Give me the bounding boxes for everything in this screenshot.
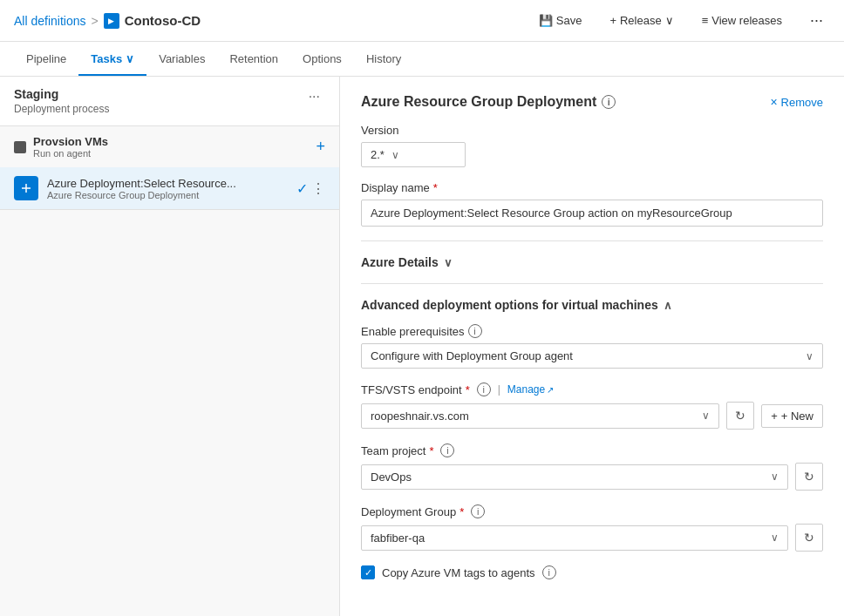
enable-prereq-dropdown[interactable]: Configure with Deployment Group agent ∨ [361, 343, 823, 369]
tab-pipeline[interactable]: Pipeline [14, 44, 78, 76]
team-required-marker: * [429, 444, 433, 457]
main-layout: Staging Deployment process ··· Provsion … [0, 77, 844, 616]
version-chevron-icon: ∨ [391, 149, 399, 161]
tfs-info-icon[interactable]: i [477, 382, 491, 396]
remove-button[interactable]: × Remove [770, 95, 823, 109]
tfs-endpoint-dropdown[interactable]: roopeshnair.vs.com ∨ [361, 403, 719, 429]
manage-link[interactable]: Manage ↗ [507, 383, 554, 396]
task-icon [14, 176, 38, 200]
deployment-group-chevron-icon: ∨ [771, 531, 779, 544]
left-panel: Staging Deployment process ··· Provsion … [0, 77, 340, 616]
refresh-team-project-button[interactable]: ↻ [795, 463, 823, 491]
enable-prereq-field: Enable prerequisites i Configure with De… [361, 324, 823, 369]
refresh-icon: ↻ [735, 409, 745, 423]
tfs-endpoint-field: TFS/VSTS endpoint * i | Manage ↗ roopesh… [361, 382, 823, 430]
task-more-button[interactable]: ⋮ [311, 180, 325, 197]
tab-options[interactable]: Options [290, 44, 354, 76]
panel-title: Azure Resource Group Deployment i [361, 94, 616, 110]
tab-history[interactable]: History [354, 44, 413, 76]
plus-icon: + [609, 14, 616, 27]
azure-details-chevron-icon: ∨ [444, 256, 453, 269]
view-releases-button[interactable]: ≡ View releases [695, 10, 789, 30]
task-check-icon: ✓ [296, 180, 308, 197]
display-name-field: Display name * [361, 181, 823, 227]
pipe-separator: | [498, 383, 500, 396]
top-bar: All definitions > ▶ Contoso-CD 💾 Save + … [0, 0, 844, 42]
display-name-label: Display name * [361, 181, 823, 194]
tfs-endpoint-chevron-icon: ∨ [702, 410, 710, 422]
deployment-group-row: fabfiber-qa ∨ ↻ [361, 524, 823, 552]
new-endpoint-button[interactable]: + + New [761, 404, 823, 428]
enable-prereq-chevron-icon: ∨ [806, 350, 813, 362]
refresh-deployment-group-button[interactable]: ↻ [795, 524, 823, 552]
copy-tags-checkbox[interactable]: ✓ [361, 565, 375, 579]
right-panel: Azure Resource Group Deployment i × Remo… [340, 77, 844, 616]
enable-prereq-info-icon[interactable]: i [468, 324, 482, 338]
new-plus-icon: + [771, 410, 778, 423]
display-name-input[interactable] [361, 200, 823, 227]
pipeline-icon: ▶ [104, 13, 119, 29]
copy-tags-label: Copy Azure VM tags to agents [382, 566, 535, 579]
copy-tags-info-icon[interactable]: i [542, 565, 556, 579]
team-project-label: Team project * i [361, 443, 823, 457]
add-task-button[interactable]: + [316, 138, 325, 156]
breadcrumb-separator: > [92, 14, 99, 28]
all-definitions-link[interactable]: All definitions [14, 14, 86, 28]
required-marker: * [433, 181, 438, 194]
task-name: Azure Deployment:Select Resource... [47, 177, 239, 190]
task-item[interactable]: Azure Deployment:Select Resource... Azur… [0, 167, 339, 210]
refresh-team-icon: ↻ [804, 470, 814, 484]
divider-1 [361, 240, 823, 241]
stage-subtitle: Deployment process [14, 103, 109, 115]
version-dropdown[interactable]: 2.* ∨ [361, 142, 466, 167]
phase-name: Provsion VMs [33, 135, 108, 148]
advanced-chevron-icon: ∧ [664, 299, 672, 312]
tab-tasks[interactable]: Tasks ∨ [78, 44, 146, 76]
version-select: 2.* ∨ [361, 142, 823, 167]
list-icon: ≡ [702, 14, 709, 27]
save-button[interactable]: 💾 Save [532, 10, 589, 30]
release-button[interactable]: + Release ∨ [602, 10, 680, 30]
enable-prereq-label: Enable prerequisites i [361, 324, 823, 338]
breadcrumb: All definitions > ▶ Contoso-CD [14, 13, 532, 29]
copy-tags-row: ✓ Copy Azure VM tags to agents i [361, 565, 823, 579]
tfs-required-marker: * [466, 383, 470, 396]
version-field: Version 2.* ∨ [361, 124, 823, 167]
stage-info: Staging Deployment process [14, 87, 109, 115]
tab-variables[interactable]: Variables [146, 44, 217, 76]
dg-required-marker: * [459, 505, 464, 518]
phase-header: Provsion VMs Run on agent + [0, 126, 339, 167]
azure-details-section[interactable]: Azure Details ∨ [361, 255, 823, 269]
phase-icon [14, 141, 26, 153]
team-project-row: DevOps ∨ ↻ [361, 463, 823, 491]
deployment-group-info-icon[interactable]: i [471, 504, 485, 518]
endpoint-row: roopeshnair.vs.com ∨ ↻ + + New [361, 402, 823, 430]
refresh-dg-icon: ↻ [804, 531, 814, 545]
team-project-dropdown[interactable]: DevOps ∨ [361, 464, 788, 490]
version-label: Version [361, 124, 823, 137]
phase-info: Provsion VMs Run on agent [14, 135, 108, 159]
tfs-label-row: TFS/VSTS endpoint * i | Manage ↗ [361, 382, 823, 396]
task-details: Azure Deployment:Select Resource... Azur… [47, 177, 288, 200]
refresh-endpoint-button[interactable]: ↻ [726, 402, 754, 430]
pipeline-name: Contoso-CD [125, 13, 201, 28]
top-actions: 💾 Save + Release ∨ ≡ View releases ··· [532, 8, 830, 33]
chevron-down-icon: ∨ [665, 14, 674, 27]
title-info-icon[interactable]: i [602, 95, 616, 109]
phase-details: Provsion VMs Run on agent [33, 135, 108, 159]
deployment-group-field: Deployment Group * i fabfiber-qa ∨ ↻ [361, 504, 823, 552]
tfs-endpoint-label: TFS/VSTS endpoint * i [361, 382, 491, 396]
stage-header: Staging Deployment process ··· [0, 77, 339, 126]
nav-tabs: Pipeline Tasks ∨ Variables Retention Opt… [0, 42, 844, 77]
deployment-group-dropdown[interactable]: fabfiber-qa ∨ [361, 525, 788, 551]
more-options-button[interactable]: ··· [803, 8, 830, 33]
team-project-info-icon[interactable]: i [440, 443, 454, 457]
tab-retention[interactable]: Retention [217, 44, 290, 76]
remove-x-icon: × [770, 95, 777, 109]
panel-title-row: Azure Resource Group Deployment i × Remo… [361, 94, 823, 110]
external-link-icon: ↗ [547, 385, 554, 395]
deployment-group-label: Deployment Group * i [361, 504, 823, 518]
advanced-section[interactable]: Advanced deployment options for virtual … [361, 298, 823, 312]
stage-menu-button[interactable]: ··· [303, 87, 325, 106]
task-actions: ✓ ⋮ [296, 180, 325, 197]
